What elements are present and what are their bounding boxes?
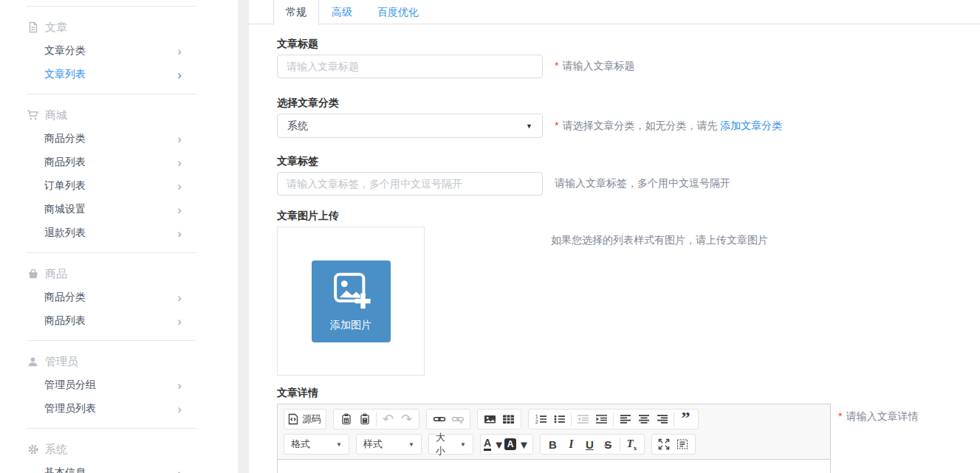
- blockquote-button[interactable]: ”: [676, 410, 695, 429]
- paste-text-icon: [340, 413, 352, 425]
- sidebar-item-mall-settings[interactable]: 商城设置 ›: [0, 198, 238, 221]
- field-label-detail: 文章详情: [277, 386, 980, 399]
- image-button[interactable]: [481, 410, 499, 429]
- table-button[interactable]: [499, 410, 518, 429]
- tab-general[interactable]: 常规: [273, 0, 319, 25]
- sidebar-item-article-category[interactable]: 文章分类 ›: [0, 39, 238, 63]
- tab-baidu-seo[interactable]: 百度优化: [365, 0, 431, 24]
- chevron-right-icon: ›: [177, 180, 182, 193]
- bold-button[interactable]: B: [544, 435, 562, 454]
- align-center-button[interactable]: [634, 410, 653, 429]
- sidebar-section-mall[interactable]: 商城: [0, 103, 238, 127]
- show-blocks-button[interactable]: [674, 435, 692, 454]
- sidebar-item-goods-list[interactable]: 商品列表 ›: [0, 151, 238, 174]
- field-label-tags: 文章标签: [277, 154, 980, 168]
- maximize-button[interactable]: [655, 435, 674, 454]
- field-label-image-upload: 文章图片上传: [277, 209, 980, 222]
- required-asterisk: *: [555, 120, 558, 131]
- field-hint: 请输入文章标签，多个用中文逗号隔开: [555, 177, 730, 190]
- sidebar-item-basic-info[interactable]: 基本信息 ›: [0, 461, 238, 473]
- align-right-button[interactable]: [653, 410, 671, 429]
- source-button[interactable]: 源码: [287, 410, 323, 429]
- sidebar-item-admin-group[interactable]: 管理员分组 ›: [0, 373, 238, 397]
- category-select-value: 系统: [287, 120, 308, 133]
- add-image-icon: [329, 271, 372, 314]
- style-dropdown[interactable]: 样式 ▼: [356, 434, 422, 455]
- unlink-button[interactable]: [448, 410, 467, 429]
- format-dropdown[interactable]: 格式 ▼: [284, 434, 349, 455]
- redo-icon: ↷: [401, 414, 412, 424]
- chevron-right-icon: ›: [177, 315, 182, 328]
- field-hint: 如果您选择的列表样式有图片，请上传文章图片: [551, 234, 768, 247]
- link-button[interactable]: [430, 410, 448, 429]
- outdent-button[interactable]: [574, 410, 592, 429]
- style-dropdown-label: 样式: [363, 438, 383, 451]
- undo-icon: ↶: [383, 414, 394, 424]
- source-code-icon: [287, 413, 299, 425]
- sidebar-section-title: 商城: [45, 108, 67, 122]
- image-icon: [484, 413, 496, 425]
- undo-button[interactable]: ↶: [379, 410, 397, 429]
- chevron-right-icon: ›: [177, 156, 182, 169]
- add-image-button[interactable]: 添加图片: [312, 260, 391, 342]
- sidebar-section-admin[interactable]: 管理员: [0, 350, 238, 373]
- bg-color-button[interactable]: A ▼: [504, 435, 530, 454]
- redo-button[interactable]: ↷: [397, 410, 416, 429]
- sidebar-section-system[interactable]: 系统: [0, 438, 238, 461]
- align-right-icon: [657, 413, 668, 425]
- sidebar-item-article-list[interactable]: 文章列表 ›: [0, 63, 238, 86]
- italic-button[interactable]: I: [562, 435, 580, 454]
- sidebar-item-label: 文章分类: [44, 44, 86, 58]
- text-color-button[interactable]: A ▼: [484, 435, 504, 454]
- sidebar-section-articles[interactable]: 文章: [0, 15, 238, 39]
- tab-label: 常规: [286, 6, 306, 19]
- ordered-list-button[interactable]: 1 2: [532, 410, 550, 429]
- content-panel: 常规 高级 百度优化 文章标题 *请输入文章标题 选择文章分类 系统 ▼: [249, 0, 980, 473]
- sidebar-item-goods-category[interactable]: 商品分类 ›: [0, 127, 238, 151]
- chevron-right-icon: ›: [177, 133, 182, 145]
- article-tags-input[interactable]: [277, 172, 543, 196]
- sidebar-item-product-list[interactable]: 商品列表 ›: [0, 309, 238, 333]
- select-arrow-icon: ▼: [526, 122, 532, 130]
- align-left-button[interactable]: [616, 410, 634, 429]
- toolbar-separator: [674, 412, 674, 427]
- divider: [27, 340, 196, 341]
- tab-advanced[interactable]: 高级: [319, 0, 365, 24]
- gear-icon: [27, 443, 39, 456]
- svg-text:2: 2: [535, 419, 538, 424]
- document-icon: [27, 21, 39, 34]
- sidebar-section-products[interactable]: 商品: [0, 262, 238, 286]
- chevron-right-icon: ›: [177, 204, 182, 216]
- sidebar-item-order-list[interactable]: 订单列表 ›: [0, 174, 238, 198]
- divider: [27, 428, 196, 429]
- sidebar: 文章 文章分类 › 文章列表 › 商城 商品分类 › 商品列表 › 订单列表 ›…: [0, 0, 238, 473]
- sidebar-item-label: 基本信息: [44, 466, 86, 473]
- sidebar-item-label: 管理员列表: [44, 402, 96, 415]
- divider: [27, 6, 196, 7]
- indent-button[interactable]: [592, 410, 611, 429]
- size-dropdown[interactable]: 大小 ▼: [428, 434, 473, 455]
- sidebar-item-label: 管理员分组: [44, 379, 96, 392]
- editor-content-area[interactable]: [278, 459, 830, 473]
- sidebar-item-refund-list[interactable]: 退款列表 ›: [0, 221, 238, 245]
- sidebar-item-label: 订单列表: [44, 179, 86, 193]
- blockquote-icon: ”: [682, 414, 691, 424]
- underline-button[interactable]: U: [580, 435, 599, 454]
- paste-text-button[interactable]: [337, 410, 355, 429]
- bullet-list-button[interactable]: [550, 410, 569, 429]
- sidebar-item-label: 商品分类: [44, 291, 86, 304]
- size-dropdown-label: 大小: [436, 431, 454, 458]
- strikethrough-button[interactable]: S: [599, 435, 617, 454]
- toolbar-separator: [571, 412, 572, 427]
- dropdown-arrow-icon: ▼: [493, 438, 504, 451]
- sidebar-item-product-category[interactable]: 商品分类 ›: [0, 286, 238, 309]
- paste-word-button[interactable]: [355, 410, 374, 429]
- sidebar-item-admin-list[interactable]: 管理员列表 ›: [0, 397, 238, 421]
- remove-format-button[interactable]: Tx: [623, 435, 641, 454]
- text-color-icon: A: [484, 438, 491, 451]
- dropdown-arrow-icon: ▼: [460, 441, 466, 448]
- article-title-input[interactable]: [277, 55, 543, 78]
- add-category-link[interactable]: 添加文章分类: [720, 120, 782, 131]
- category-select[interactable]: 系统 ▼: [277, 114, 543, 138]
- sidebar-item-label: 商品分类: [44, 132, 86, 145]
